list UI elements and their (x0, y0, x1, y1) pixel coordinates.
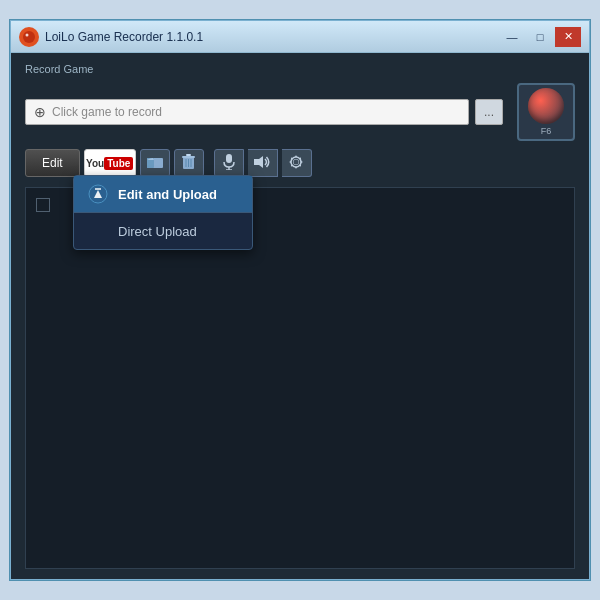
svg-point-0 (23, 31, 35, 43)
minimize-button[interactable]: — (499, 27, 525, 47)
f6-label: F6 (541, 126, 552, 136)
speaker-icon (254, 155, 270, 172)
dropdown-menu: Edit and Upload Direct Upload (73, 175, 253, 250)
svg-rect-5 (182, 156, 195, 158)
app-icon (19, 27, 39, 47)
mic-button[interactable] (214, 149, 244, 177)
youtube-button[interactable]: You Tube (84, 149, 136, 177)
content-area: Record Game ⊕ Click game to record ... F… (11, 53, 589, 579)
gear-icon (288, 154, 304, 173)
mic-icon (223, 154, 235, 173)
svg-rect-10 (226, 154, 232, 163)
edit-and-upload-label: Edit and Upload (118, 187, 217, 202)
youtube-you: You (86, 158, 104, 169)
app-window: LoiLo Game Recorder 1.1.0.1 — □ ✕ Record… (10, 20, 590, 580)
direct-upload-label: Direct Upload (118, 224, 197, 239)
toolbar-row: Edit You Tube (25, 149, 575, 177)
select-all-checkbox[interactable] (36, 198, 50, 212)
record-red-circle (528, 88, 564, 124)
edit-button[interactable]: Edit (25, 149, 80, 177)
edit-upload-icon (88, 184, 108, 204)
click-game-text: Click game to record (52, 105, 162, 119)
titlebar-left: LoiLo Game Recorder 1.1.0.1 (19, 27, 203, 47)
svg-point-1 (26, 33, 29, 36)
gear-button[interactable] (282, 149, 312, 177)
trash-icon (182, 154, 195, 173)
window-controls: — □ ✕ (499, 27, 581, 47)
record-dots-button[interactable]: ... (475, 99, 503, 125)
svg-rect-19 (95, 188, 101, 190)
folder-button[interactable] (140, 149, 170, 177)
folder-icon (147, 155, 163, 172)
record-button[interactable]: F6 (517, 83, 575, 141)
crosshair-icon: ⊕ (34, 104, 46, 120)
svg-marker-13 (254, 156, 263, 168)
trash-button[interactable] (174, 149, 204, 177)
record-input[interactable]: ⊕ Click game to record (25, 99, 469, 125)
direct-upload-item[interactable]: Direct Upload (74, 213, 252, 249)
direct-upload-icon (88, 221, 108, 241)
youtube-tube: Tube (104, 157, 133, 170)
titlebar: LoiLo Game Recorder 1.1.0.1 — □ ✕ (11, 21, 589, 53)
svg-rect-6 (186, 154, 191, 156)
speaker-button[interactable] (248, 149, 278, 177)
edit-and-upload-item[interactable]: Edit and Upload (74, 176, 252, 212)
svg-point-16 (294, 159, 299, 164)
window-title: LoiLo Game Recorder 1.1.0.1 (45, 30, 203, 44)
maximize-button[interactable]: □ (527, 27, 553, 47)
record-label: Record Game (25, 63, 575, 75)
close-button[interactable]: ✕ (555, 27, 581, 47)
